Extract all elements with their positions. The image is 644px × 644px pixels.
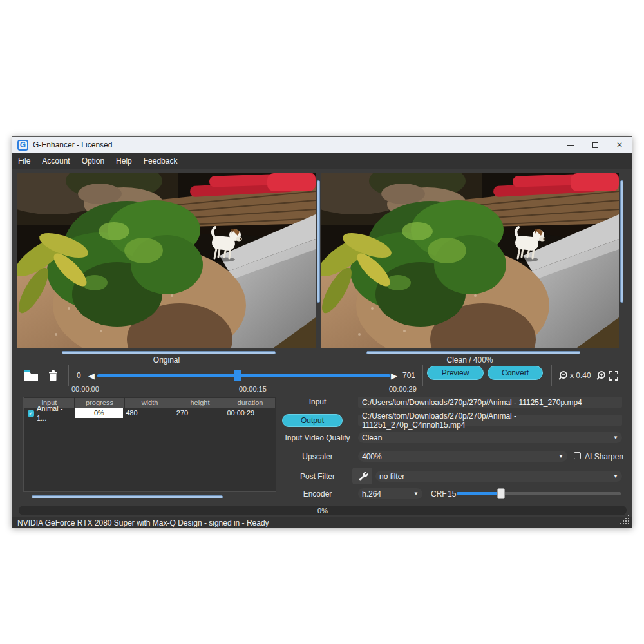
- enhanced-horizontal-scrollbar[interactable]: [366, 351, 580, 354]
- zoom-level: x 0.40: [570, 366, 591, 385]
- status-text: NVIDIA GeForce RTX 2080 Super with Max-Q…: [17, 518, 269, 527]
- upscaler-dropdown[interactable]: 400% ▼: [358, 451, 567, 462]
- app-logo-icon: G: [17, 140, 28, 151]
- title-bar: G G-Enhancer - Licensed ✕: [12, 137, 632, 153]
- cell-width: 480: [124, 408, 174, 418]
- crf-slider[interactable]: [457, 492, 621, 495]
- menu-account[interactable]: Account: [42, 156, 70, 166]
- upscaler-value: 400%: [362, 452, 382, 461]
- original-video-preview[interactable]: [17, 173, 316, 348]
- cell-progress: 0%: [75, 408, 124, 418]
- enhanced-video-preview[interactable]: [321, 173, 619, 348]
- crf-value: 15: [448, 489, 456, 498]
- close-button[interactable]: ✕: [607, 137, 632, 153]
- delete-button[interactable]: [48, 366, 58, 385]
- dropdown-arrow-icon: ▼: [413, 491, 419, 497]
- quality-value: Clean: [362, 433, 382, 442]
- row-input-name: Animal - 1...: [37, 404, 75, 423]
- resize-grip[interactable]: [620, 515, 629, 524]
- original-horizontal-scrollbar[interactable]: [62, 351, 276, 354]
- column-header-duration[interactable]: duration: [225, 398, 275, 408]
- zoom-out-icon: [558, 370, 568, 381]
- post-filter-settings-button[interactable]: [352, 468, 372, 484]
- encoder-value: h.264: [362, 489, 381, 498]
- trash-icon: [48, 370, 58, 381]
- input-video-quality-dropdown[interactable]: Clean ▼: [358, 432, 622, 443]
- open-folder-button[interactable]: [24, 366, 39, 385]
- zoom-out-button[interactable]: [558, 366, 568, 385]
- table-row[interactable]: ✓ Animal - 1... 0% 480 270 00:00:29: [24, 408, 276, 419]
- column-header-width[interactable]: width: [125, 398, 175, 408]
- menu-option[interactable]: Option: [82, 156, 104, 166]
- post-filter-value: no filter: [379, 472, 404, 481]
- preview-button[interactable]: Preview: [427, 366, 484, 380]
- row-checkbox[interactable]: ✓: [28, 410, 34, 417]
- menu-file[interactable]: File: [18, 156, 30, 166]
- timeline-slider[interactable]: [97, 374, 390, 377]
- menu-bar: File Account Option Help Feedback: [12, 153, 632, 169]
- step-forward-icon[interactable]: ▶: [391, 366, 397, 385]
- timeline-start-frame: 0: [77, 366, 81, 385]
- app-window: G G-Enhancer - Licensed ✕ File Account O…: [12, 136, 632, 527]
- menu-feedback[interactable]: Feedback: [144, 156, 178, 166]
- input-label: Input: [279, 397, 356, 406]
- input-path-field[interactable]: C:/Users/tom/Downloads/270p/270p/Animal …: [358, 397, 622, 408]
- maximize-button[interactable]: [583, 137, 607, 153]
- wrench-icon: [357, 471, 368, 481]
- toolbar-divider: [551, 365, 552, 386]
- fullscreen-button[interactable]: [609, 366, 618, 385]
- timestamp-end: 00:00:29: [389, 385, 417, 393]
- cell-duration: 00:00:29: [225, 408, 275, 418]
- timestamp-start: 00:00:00: [71, 385, 99, 393]
- zoom-in-button[interactable]: [596, 366, 606, 385]
- timeline-end-frame: 701: [402, 366, 415, 385]
- toolbar-divider: [422, 365, 423, 386]
- enhanced-label: Clean / 400%: [321, 355, 619, 365]
- ai-sharpen-checkbox[interactable]: [574, 452, 581, 459]
- post-filter-label: Post Filter: [279, 472, 356, 481]
- input-video-quality-label: Input Video Quality: [279, 433, 356, 442]
- ai-sharpen-label: AI Sharpen: [585, 452, 623, 461]
- enhanced-vertical-scrollbar[interactable]: [620, 180, 623, 303]
- playback-toolbar: 0 ◀ ▶ 701 Preview Convert x 0.40: [12, 366, 632, 385]
- original-vertical-scrollbar[interactable]: [317, 180, 320, 303]
- dropdown-arrow-icon: ▼: [613, 435, 618, 440]
- column-header-height[interactable]: height: [175, 398, 225, 408]
- crf-slider-fill: [457, 492, 501, 495]
- window-title: G-Enhancer - Licensed: [33, 140, 112, 149]
- fullscreen-icon: [609, 371, 618, 381]
- cell-input: ✓ Animal - 1...: [24, 408, 75, 418]
- encoder-dropdown[interactable]: h.264 ▼: [358, 488, 422, 499]
- post-filter-dropdown[interactable]: no filter ▼: [375, 471, 622, 482]
- job-queue-table: input progress width height duration ✓ A…: [23, 397, 276, 492]
- table-horizontal-scrollbar[interactable]: [32, 495, 223, 498]
- dropdown-arrow-icon: ▼: [613, 473, 618, 479]
- original-label: Original: [17, 355, 316, 365]
- toolbar-divider: [68, 365, 69, 386]
- step-back-icon[interactable]: ◀: [88, 366, 95, 385]
- timeline-slider-thumb[interactable]: [234, 370, 242, 381]
- minimize-button[interactable]: [558, 137, 583, 153]
- zoom-in-icon: [596, 370, 606, 381]
- convert-button[interactable]: Convert: [488, 366, 543, 380]
- timestamp-mid: 00:00:15: [239, 385, 267, 393]
- overall-progress-bar: 0%: [19, 506, 627, 515]
- timestamp-row: 00:00:00 00:00:15 00:00:29: [12, 385, 632, 394]
- folder-icon: [24, 370, 39, 381]
- upscaler-label: Upscaler: [279, 452, 356, 461]
- crf-label: CRF: [431, 489, 447, 498]
- crf-slider-thumb[interactable]: [497, 488, 505, 499]
- menu-help[interactable]: Help: [116, 156, 132, 166]
- cell-height: 270: [175, 408, 225, 418]
- status-bar: NVIDIA GeForce RTX 2080 Super with Max-Q…: [12, 517, 632, 528]
- output-path-field[interactable]: C:/Users/tom/Downloads/270p/270p/Animal …: [358, 415, 622, 426]
- output-button[interactable]: Output: [282, 414, 343, 427]
- dropdown-arrow-icon: ▼: [558, 453, 564, 459]
- column-header-progress[interactable]: progress: [75, 398, 124, 408]
- encoder-label: Encoder: [279, 489, 356, 498]
